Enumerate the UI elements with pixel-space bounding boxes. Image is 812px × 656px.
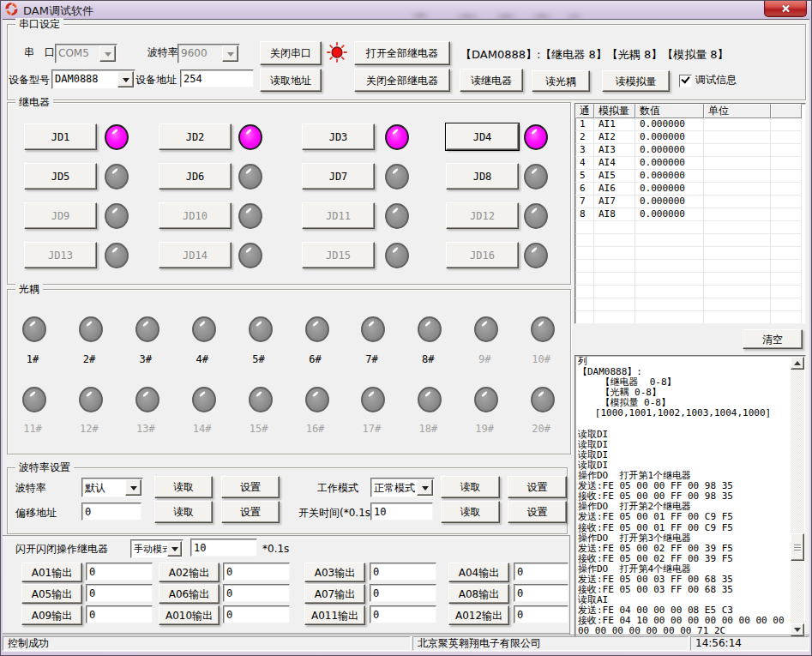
offset-read-button[interactable]: 读取 [154, 501, 213, 523]
output-value-field-A02[interactable] [223, 563, 290, 581]
output-value-field-A08[interactable] [514, 584, 568, 602]
opto-label-10: 10# [524, 353, 558, 366]
baudrate-combobox-arrow[interactable] [222, 45, 238, 62]
output-button-A010[interactable]: A010输出 [159, 605, 220, 625]
table-cell [594, 286, 635, 298]
analog-col-header[interactable]: 单位 [704, 104, 771, 118]
relay-button-jd3[interactable]: JD3 [302, 123, 375, 150]
table-cell [704, 273, 771, 286]
relay-button-jd10[interactable]: JD10 [159, 202, 232, 229]
workmode-combobox[interactable]: 正常模式 [370, 478, 435, 497]
output-value-field-A07[interactable] [370, 584, 436, 602]
switch-time-field[interactable] [370, 503, 433, 521]
opto-label-13: 13# [129, 423, 163, 436]
flash-time-field[interactable] [190, 539, 257, 557]
output-value-field-A06[interactable] [223, 584, 290, 602]
analog-table[interactable]: 通模拟量数值单位 1AI10.0000002AI20.0000003AI30.0… [574, 103, 806, 324]
table-cell [575, 221, 594, 234]
flash-mode-combobox[interactable]: 手动模式 [130, 539, 183, 558]
output-value-field-A012[interactable] [514, 605, 568, 623]
output-button-A04[interactable]: A04输出 [448, 563, 509, 582]
baudrate-combobox[interactable]: 9600 [177, 44, 240, 63]
output-value-field-A01[interactable] [86, 563, 153, 581]
log-scrollbar[interactable] [791, 357, 804, 636]
app-logo-icon [4, 2, 19, 16]
relay-led-jd2 [238, 124, 262, 150]
relay-button-jd1[interactable]: JD1 [24, 123, 97, 150]
read-analog-button[interactable]: 读模拟量 [602, 70, 670, 92]
device-model-combobox[interactable]: DAM0888 [51, 69, 135, 89]
read-opto-button[interactable]: 读光耦 [532, 70, 590, 92]
output-button-A06[interactable]: A06输出 [159, 584, 220, 604]
output-button-A09[interactable]: A09输出 [21, 605, 82, 625]
baud-read-button[interactable]: 读取 [154, 476, 213, 498]
output-value-field-A05[interactable] [86, 584, 153, 602]
relay-button-jd11[interactable]: JD11 [302, 202, 375, 229]
baud-set-button[interactable]: 设置 [221, 476, 280, 498]
output-button-A07[interactable]: A07输出 [304, 584, 365, 604]
switch-time-read-button[interactable]: 读取 [441, 501, 500, 523]
clear-log-button[interactable]: 清空 [743, 329, 803, 349]
analog-col-header[interactable]: 数值 [635, 104, 704, 118]
relay-button-jd16[interactable]: JD16 [446, 242, 519, 268]
port-combobox-arrow[interactable] [99, 45, 116, 62]
offset-set-button[interactable]: 设置 [221, 501, 280, 523]
output-value-field-A011[interactable] [370, 605, 436, 623]
device-info-text: 【DAM0888】:【继电器 8】【光耦 8】【模拟量 8】 [460, 48, 729, 61]
title-bar[interactable]: DAM调试软件 [0, 0, 812, 19]
port-combobox[interactable]: COM5 [55, 44, 117, 63]
analog-col-header[interactable]: 通 [575, 104, 594, 118]
table-cell [771, 157, 802, 170]
table-cell [704, 170, 771, 183]
relay-button-jd2[interactable]: JD2 [159, 123, 232, 150]
output-value-field-A010[interactable] [223, 605, 290, 623]
device-address-field[interactable] [180, 69, 254, 87]
analog-col-header[interactable] [771, 104, 802, 118]
workmode-read-button[interactable]: 读取 [441, 476, 500, 498]
relay-button-jd9[interactable]: JD9 [24, 202, 97, 229]
debug-log-panel[interactable]: 列 【DAM0888】: 【继电器 0-8】 【光耦 0-8】 【模拟量 0-8… [574, 355, 806, 638]
baud-set-combobox[interactable]: 默认 [81, 478, 143, 497]
scrollbar-up-button[interactable] [791, 357, 804, 370]
output-value-field-A03[interactable] [370, 563, 436, 581]
read-relays-button[interactable]: 读继电器 [460, 69, 523, 92]
baud-set-combobox-arrow[interactable] [125, 479, 141, 496]
relay-button-jd13[interactable]: JD13 [24, 242, 97, 268]
switch-time-set-button[interactable]: 设置 [508, 501, 567, 523]
close-all-relays-button[interactable]: 关闭全部继电器 [354, 69, 450, 92]
output-value-field-A09[interactable] [86, 605, 153, 623]
workmode-set-button[interactable]: 设置 [508, 476, 567, 498]
output-button-A011[interactable]: A011输出 [304, 605, 365, 625]
relay-button-jd8[interactable]: JD8 [446, 163, 519, 190]
relay-button-jd7[interactable]: JD7 [302, 163, 375, 190]
output-button-A012[interactable]: A012输出 [448, 605, 509, 625]
output-button-A03[interactable]: A03输出 [304, 563, 365, 582]
scrollbar-thumb[interactable] [791, 533, 804, 561]
table-cell [635, 247, 704, 260]
relay-button-jd12[interactable]: JD12 [446, 202, 519, 229]
relay-button-jd14[interactable]: JD14 [159, 242, 232, 268]
device-model-combobox-arrow[interactable] [117, 71, 134, 87]
close-serial-button[interactable]: 关闭串口 [260, 41, 322, 65]
open-all-relays-button[interactable]: 打开全部继电器 [354, 41, 450, 65]
relay-button-jd5[interactable]: JD5 [24, 163, 97, 190]
close-button[interactable] [764, 0, 807, 17]
table-row: 4AI40.000000 [575, 157, 805, 170]
relay-button-jd4[interactable]: JD4 [446, 123, 519, 150]
output-button-A05[interactable]: A05输出 [21, 584, 82, 604]
offset-address-field[interactable] [81, 503, 141, 521]
analog-col-header[interactable]: 模拟量 [594, 104, 635, 118]
output-value-field-A04[interactable] [514, 563, 568, 581]
output-button-A08[interactable]: A08输出 [448, 584, 509, 604]
flash-mode-combobox-arrow[interactable] [167, 541, 182, 557]
table-cell: AI5 [594, 170, 635, 183]
debug-checkbox[interactable] [679, 75, 692, 87]
relay-button-jd6[interactable]: JD6 [159, 163, 232, 190]
workmode-combobox-arrow[interactable] [417, 479, 433, 496]
read-address-button[interactable]: 读取地址 [260, 69, 322, 92]
grip-icon [794, 547, 801, 548]
output-button-A02[interactable]: A02输出 [159, 563, 220, 582]
output-button-A01[interactable]: A01输出 [21, 563, 82, 582]
relay-led-jd10 [238, 203, 262, 229]
relay-button-jd15[interactable]: JD15 [302, 242, 375, 268]
